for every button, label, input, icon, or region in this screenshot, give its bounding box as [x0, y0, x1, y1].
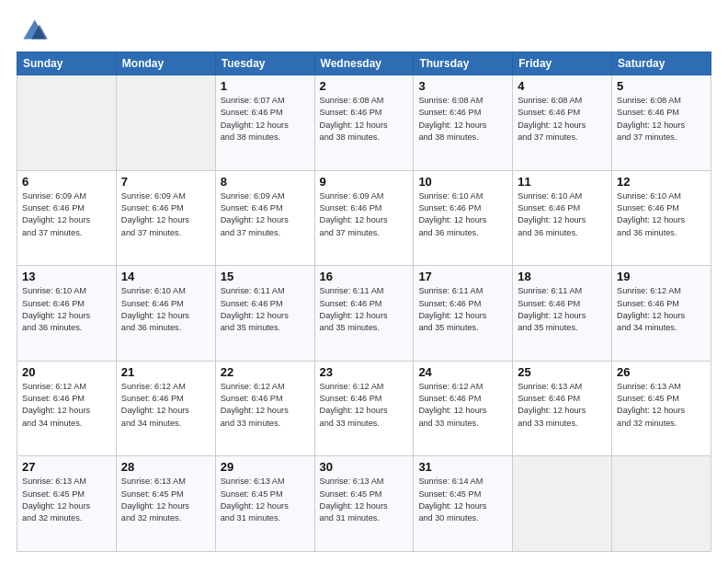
- calendar-cell: 5Sunrise: 6:08 AM Sunset: 6:46 PM Daylig…: [612, 75, 711, 171]
- calendar-cell: 21Sunrise: 6:12 AM Sunset: 6:46 PM Dayli…: [116, 361, 215, 456]
- day-number: 28: [121, 460, 210, 474]
- calendar-cell: [17, 75, 117, 171]
- day-number: 29: [221, 460, 310, 474]
- day-number: 8: [221, 175, 310, 189]
- day-info: Sunrise: 6:08 AM Sunset: 6:46 PM Dayligh…: [617, 95, 706, 144]
- calendar-cell: 8Sunrise: 6:09 AM Sunset: 6:46 PM Daylig…: [215, 170, 314, 266]
- day-number: 24: [418, 365, 507, 379]
- calendar-cell: 19Sunrise: 6:12 AM Sunset: 6:46 PM Dayli…: [612, 266, 711, 362]
- day-info: Sunrise: 6:11 AM Sunset: 6:46 PM Dayligh…: [320, 285, 409, 334]
- calendar-cell: 9Sunrise: 6:09 AM Sunset: 6:46 PM Daylig…: [314, 170, 414, 266]
- day-number: 2: [320, 79, 409, 93]
- calendar-cell: 16Sunrise: 6:11 AM Sunset: 6:46 PM Dayli…: [314, 266, 414, 362]
- day-info: Sunrise: 6:10 AM Sunset: 6:46 PM Dayligh…: [518, 190, 607, 239]
- page: SundayMondayTuesdayWednesdayThursdayFrid…: [0, 0, 728, 563]
- calendar-week-row: 27Sunrise: 6:13 AM Sunset: 6:45 PM Dayli…: [17, 456, 711, 552]
- day-info: Sunrise: 6:09 AM Sunset: 6:46 PM Dayligh…: [221, 190, 310, 239]
- day-number: 15: [221, 270, 310, 283]
- weekday-header-wednesday: Wednesday: [314, 52, 414, 75]
- calendar-cell: 31Sunrise: 6:14 AM Sunset: 6:45 PM Dayli…: [414, 456, 513, 552]
- day-info: Sunrise: 6:13 AM Sunset: 6:45 PM Dayligh…: [22, 476, 111, 524]
- calendar-cell: 12Sunrise: 6:10 AM Sunset: 6:46 PM Dayli…: [612, 170, 711, 266]
- logo-icon: [17, 17, 50, 42]
- day-number: 19: [617, 270, 706, 283]
- day-number: 6: [22, 175, 111, 189]
- calendar-cell: 6Sunrise: 6:09 AM Sunset: 6:46 PM Daylig…: [17, 170, 117, 266]
- day-info: Sunrise: 6:12 AM Sunset: 6:46 PM Dayligh…: [617, 285, 706, 334]
- day-number: 10: [418, 175, 507, 189]
- day-number: 23: [320, 365, 409, 379]
- calendar-cell: 3Sunrise: 6:08 AM Sunset: 6:46 PM Daylig…: [414, 75, 513, 171]
- day-number: 22: [221, 365, 310, 379]
- day-info: Sunrise: 6:13 AM Sunset: 6:46 PM Dayligh…: [518, 381, 607, 430]
- calendar-week-row: 20Sunrise: 6:12 AM Sunset: 6:46 PM Dayli…: [17, 361, 711, 456]
- day-number: 21: [121, 365, 210, 379]
- day-number: 11: [518, 175, 607, 189]
- day-info: Sunrise: 6:13 AM Sunset: 6:45 PM Dayligh…: [221, 476, 310, 524]
- day-info: Sunrise: 6:09 AM Sunset: 6:46 PM Dayligh…: [121, 190, 210, 239]
- day-number: 17: [418, 270, 507, 283]
- calendar-cell: 4Sunrise: 6:08 AM Sunset: 6:46 PM Daylig…: [513, 75, 612, 171]
- day-info: Sunrise: 6:08 AM Sunset: 6:46 PM Dayligh…: [518, 95, 607, 144]
- day-number: 12: [617, 175, 706, 189]
- day-info: Sunrise: 6:13 AM Sunset: 6:45 PM Dayligh…: [121, 476, 210, 524]
- weekday-header-saturday: Saturday: [612, 52, 711, 75]
- day-info: Sunrise: 6:07 AM Sunset: 6:46 PM Dayligh…: [221, 95, 310, 144]
- calendar-cell: 14Sunrise: 6:10 AM Sunset: 6:46 PM Dayli…: [116, 266, 215, 362]
- day-info: Sunrise: 6:09 AM Sunset: 6:46 PM Dayligh…: [320, 190, 409, 239]
- day-number: 9: [320, 175, 409, 189]
- day-info: Sunrise: 6:08 AM Sunset: 6:46 PM Dayligh…: [418, 95, 507, 144]
- day-info: Sunrise: 6:10 AM Sunset: 6:46 PM Dayligh…: [617, 190, 706, 239]
- header: [17, 17, 711, 42]
- calendar-week-row: 13Sunrise: 6:10 AM Sunset: 6:46 PM Dayli…: [17, 266, 711, 362]
- weekday-header-row: SundayMondayTuesdayWednesdayThursdayFrid…: [17, 52, 711, 75]
- day-info: Sunrise: 6:12 AM Sunset: 6:46 PM Dayligh…: [221, 381, 310, 430]
- day-number: 18: [518, 270, 607, 283]
- calendar-table: SundayMondayTuesdayWednesdayThursdayFrid…: [17, 52, 711, 552]
- calendar-cell: 1Sunrise: 6:07 AM Sunset: 6:46 PM Daylig…: [215, 75, 314, 171]
- calendar-cell: 25Sunrise: 6:13 AM Sunset: 6:46 PM Dayli…: [513, 361, 612, 456]
- calendar-cell: 11Sunrise: 6:10 AM Sunset: 6:46 PM Dayli…: [513, 170, 612, 266]
- weekday-header-friday: Friday: [513, 52, 612, 75]
- day-info: Sunrise: 6:13 AM Sunset: 6:45 PM Dayligh…: [320, 476, 409, 524]
- day-number: 20: [22, 365, 111, 379]
- day-info: Sunrise: 6:13 AM Sunset: 6:45 PM Dayligh…: [617, 381, 706, 430]
- calendar-week-row: 6Sunrise: 6:09 AM Sunset: 6:46 PM Daylig…: [17, 170, 711, 266]
- day-number: 1: [221, 79, 310, 93]
- calendar-cell: 2Sunrise: 6:08 AM Sunset: 6:46 PM Daylig…: [314, 75, 414, 171]
- calendar-cell: [513, 456, 612, 552]
- day-number: 5: [617, 79, 706, 93]
- calendar-cell: 28Sunrise: 6:13 AM Sunset: 6:45 PM Dayli…: [116, 456, 215, 552]
- day-info: Sunrise: 6:09 AM Sunset: 6:46 PM Dayligh…: [22, 190, 111, 239]
- day-number: 27: [22, 460, 111, 474]
- day-number: 14: [121, 270, 210, 283]
- day-info: Sunrise: 6:10 AM Sunset: 6:46 PM Dayligh…: [418, 190, 507, 239]
- day-info: Sunrise: 6:12 AM Sunset: 6:46 PM Dayligh…: [320, 381, 409, 430]
- calendar-cell: 18Sunrise: 6:11 AM Sunset: 6:46 PM Dayli…: [513, 266, 612, 362]
- day-info: Sunrise: 6:11 AM Sunset: 6:46 PM Dayligh…: [418, 285, 507, 334]
- calendar-cell: 27Sunrise: 6:13 AM Sunset: 6:45 PM Dayli…: [17, 456, 117, 552]
- day-number: 25: [518, 365, 607, 379]
- calendar-cell: 17Sunrise: 6:11 AM Sunset: 6:46 PM Dayli…: [414, 266, 513, 362]
- calendar-cell: 13Sunrise: 6:10 AM Sunset: 6:46 PM Dayli…: [17, 266, 117, 362]
- calendar-cell: 30Sunrise: 6:13 AM Sunset: 6:45 PM Dayli…: [314, 456, 414, 552]
- calendar-cell: [612, 456, 711, 552]
- calendar-cell: 26Sunrise: 6:13 AM Sunset: 6:45 PM Dayli…: [612, 361, 711, 456]
- day-info: Sunrise: 6:12 AM Sunset: 6:46 PM Dayligh…: [121, 381, 210, 430]
- day-info: Sunrise: 6:10 AM Sunset: 6:46 PM Dayligh…: [22, 285, 111, 334]
- day-number: 7: [121, 175, 210, 189]
- day-number: 4: [518, 79, 607, 93]
- day-number: 16: [320, 270, 409, 283]
- day-number: 26: [617, 365, 706, 379]
- day-number: 3: [418, 79, 507, 93]
- day-info: Sunrise: 6:08 AM Sunset: 6:46 PM Dayligh…: [320, 95, 409, 144]
- calendar-cell: 7Sunrise: 6:09 AM Sunset: 6:46 PM Daylig…: [116, 170, 215, 266]
- calendar-week-row: 1Sunrise: 6:07 AM Sunset: 6:46 PM Daylig…: [17, 75, 711, 171]
- calendar-cell: 20Sunrise: 6:12 AM Sunset: 6:46 PM Dayli…: [17, 361, 117, 456]
- day-number: 30: [320, 460, 409, 474]
- calendar-cell: 10Sunrise: 6:10 AM Sunset: 6:46 PM Dayli…: [414, 170, 513, 266]
- day-info: Sunrise: 6:12 AM Sunset: 6:46 PM Dayligh…: [22, 381, 111, 430]
- calendar-cell: 24Sunrise: 6:12 AM Sunset: 6:46 PM Dayli…: [414, 361, 513, 456]
- calendar-cell: 29Sunrise: 6:13 AM Sunset: 6:45 PM Dayli…: [215, 456, 314, 552]
- weekday-header-sunday: Sunday: [17, 52, 117, 75]
